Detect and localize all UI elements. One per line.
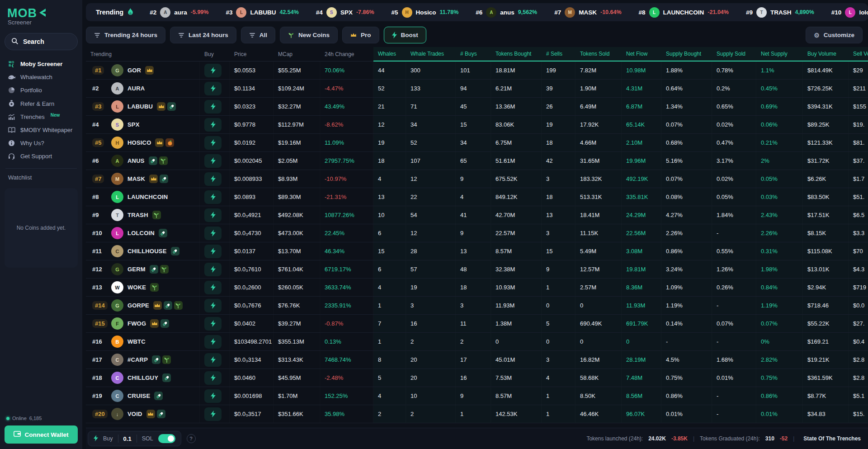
cell-buy <box>200 405 230 423</box>
filter-tab-boost[interactable]: Boost <box>384 27 426 43</box>
column-header-buy[interactable]: Buy <box>200 47 230 61</box>
column-header-whales[interactable]: Whales <box>373 47 406 61</box>
quick-buy-button[interactable] <box>204 299 222 312</box>
sidebar-item-moby-whitepaper[interactable]: $MOBY Whitepaper <box>0 123 82 137</box>
ticker-item-aura[interactable]: #2Aaura-5.99% <box>150 7 208 18</box>
column-header-sells[interactable]: # Sells <box>542 47 576 61</box>
quick-buy-button[interactable] <box>204 263 222 276</box>
column-header-price[interactable]: Price <box>230 47 274 61</box>
table-row[interactable]: #3LLABUBU$0.0323$32.27M43.49%21714513.36… <box>86 98 868 116</box>
column-header-buys[interactable]: # Buys <box>456 47 491 61</box>
quick-buy-button[interactable] <box>204 172 222 186</box>
search-input[interactable]: Search <box>5 33 78 50</box>
sidebar-item-get-support[interactable]: Get Support <box>0 150 82 163</box>
table-row[interactable]: #10LLOLCOIN$0.0₃4730$473.00K22.45%612922… <box>86 224 868 242</box>
column-header-mcap[interactable]: MCap <box>274 47 320 61</box>
quick-buy-button[interactable] <box>204 118 222 132</box>
column-header-tokens-bought[interactable]: Tokens Bought <box>491 47 542 61</box>
table-row[interactable]: #17C#CARP$0.0₃3134$313.43K7468.74%820174… <box>86 351 868 369</box>
state-of-the-trenches-link[interactable]: State Of The Trenches <box>803 435 861 442</box>
pill-badge <box>162 373 171 382</box>
table-row[interactable]: #4SSPX$0.9778$112.97M-8.62%12341583.06K1… <box>86 116 868 134</box>
sidebar-item-moby-screener[interactable]: MOB❮Moby Screener <box>0 57 82 71</box>
column-header-sell-volume[interactable]: Sell Volume <box>849 47 868 61</box>
table-row[interactable]: #18CCHILLGUY$0.0460$45.95M-2.48%520167.5… <box>86 369 868 387</box>
table-row[interactable]: #15FFWOG$0.0402$39.27M-0.87%716111.38M56… <box>86 315 868 333</box>
quick-buy-button[interactable] <box>204 190 222 204</box>
quick-buy-button[interactable] <box>204 317 222 331</box>
sidebar-item-label: Refer & Earn <box>20 100 54 107</box>
quick-buy-button[interactable] <box>204 245 222 258</box>
table-row[interactable]: #5HHOSICO$0.0192$19.16M11.09%1952346.75M… <box>86 134 868 152</box>
cell-num-sells: 26 <box>542 98 576 115</box>
column-header-net-supply[interactable]: Net Supply <box>756 47 803 61</box>
ticker-item-lolcoin[interactable]: #10Llolcoin26.43% <box>831 7 868 18</box>
quick-buy-toggle[interactable] <box>158 434 175 443</box>
column-header-net-flow[interactable]: Net Flow <box>622 47 661 61</box>
connect-wallet-button[interactable]: Connect Wallet <box>5 425 78 444</box>
sidebar-item-why-us[interactable]: Why Us? <box>0 137 82 150</box>
seedling-badge <box>152 211 161 219</box>
quick-buy-button[interactable] <box>204 353 222 367</box>
table-row[interactable]: #9TTRASH$0.0₃4921$492.08K10877.26%105441… <box>86 206 868 224</box>
help-icon[interactable]: ? <box>187 434 196 443</box>
ticker-item-mask[interactable]: #7MMASK-10.64% <box>554 7 621 18</box>
table-row[interactable]: #6AANUS$0.002045$2.05M27957.75%181076551… <box>86 152 868 170</box>
ticker-item-launchcoin[interactable]: #8LLAUNCHCOIN-21.04% <box>639 7 729 18</box>
column-header-tokens-sold[interactable]: Tokens Sold <box>576 47 622 61</box>
filter-tab-all[interactable]: All <box>241 27 275 43</box>
quick-buy-button[interactable] <box>204 371 222 385</box>
sidebar-item-refer-earn[interactable]: Refer & Earn <box>0 97 82 110</box>
sidebar-item-whalewatch[interactable]: Whalewatch <box>0 71 82 84</box>
table-row[interactable]: #2AAURA$0.1134$109.24M-4.47%52133946.21M… <box>86 80 868 98</box>
quick-buy-button[interactable] <box>204 281 222 294</box>
column-header-supply-bought[interactable]: Supply Bought <box>661 47 712 61</box>
ticker-item-trash[interactable]: #9TTRASH4,890% <box>746 7 814 18</box>
filter-tab-last-24-hours[interactable]: Last 24 hours <box>170 27 236 43</box>
ticker-item-anus[interactable]: #6Aanus9,562% <box>476 7 537 18</box>
filter-tab-trending-24-hours[interactable]: Trending 24 hours <box>86 27 165 43</box>
table-row[interactable]: #19CCRUISE$0.001698$1.70M152.25%41098.57… <box>86 387 868 405</box>
quick-buy-button[interactable] <box>204 335 222 349</box>
column-header-buy-volume[interactable]: Buy Volume <box>803 47 849 61</box>
quick-buy-button[interactable] <box>204 64 222 77</box>
quick-buy-button[interactable] <box>204 208 222 222</box>
table-row[interactable]: #16BWBTC$103498.2701$355.13M0.13%1220000… <box>86 333 868 351</box>
coin-avatar: A <box>111 155 123 167</box>
table-row[interactable]: #12GGERM$0.0₃7610$761.04K6719.17%6574832… <box>86 260 868 279</box>
table-row[interactable]: #1GGOR$0.0553$55.25M70.06%4430010118.81M… <box>86 61 868 80</box>
logo[interactable]: MOB <box>0 0 82 20</box>
rank-badge: #9 <box>92 212 99 218</box>
table-row[interactable]: #11CCHILLHOUSE$0.0137$13.70M46.34%152813… <box>86 242 868 260</box>
toggle-knob <box>168 435 174 442</box>
customize-button[interactable]: ⚙ Customize <box>806 27 863 43</box>
table-row[interactable]: #14GGORPE$0.0₃7676$76.76K2335.91%13311.9… <box>86 297 868 315</box>
column-header-24h-change[interactable]: 24h Change <box>320 47 373 61</box>
quick-buy-button[interactable] <box>204 136 222 150</box>
cell-supply-bought: 4.27% <box>661 206 712 224</box>
filter-tab-pro[interactable]: Pro <box>342 27 379 43</box>
ticker-item-labubu[interactable]: #3LLABUBU42.54% <box>226 7 298 18</box>
buy-amount-input[interactable]: 0.1 <box>123 435 132 442</box>
table-row[interactable]: #8LLAUNCHCOIN$0.0893$89.30M-21.31%132248… <box>86 188 868 206</box>
quick-buy-button[interactable] <box>204 100 222 113</box>
cell-24h-change: 152.25% <box>320 387 373 405</box>
quick-buy-button[interactable] <box>204 227 222 240</box>
column-header-whale-trades[interactable]: Whale Trades <box>406 47 456 61</box>
quick-buy-button[interactable] <box>204 389 222 403</box>
ticker-item-hosico[interactable]: #5HHosico11.78% <box>392 7 459 18</box>
table-row[interactable]: #13WWOKE$0.0₃2600$260.05K3633.74%4191810… <box>86 279 868 297</box>
sidebar-item-portfolio[interactable]: Portfolio <box>0 84 82 97</box>
table-row[interactable]: #7MMASK$0.008933$8.93M-10.97%4129675.52K… <box>86 170 868 188</box>
quick-buy-button[interactable] <box>204 154 222 168</box>
column-header-trending[interactable]: Trending <box>86 47 200 61</box>
cell-mcap: $32.27M <box>274 98 320 115</box>
rank-badge: #7 <box>92 175 104 183</box>
quick-buy-button[interactable] <box>204 407 222 421</box>
table-row[interactable]: #20↓VOID$0.0₃3517$351.66K35.98%221142.53… <box>86 405 868 423</box>
quick-buy-button[interactable] <box>204 82 222 95</box>
sidebar-item-trenches[interactable]: TrenchesNew <box>0 110 82 123</box>
filter-tab-new-coins[interactable]: New Coins <box>280 27 338 43</box>
column-header-supply-sold[interactable]: Supply Sold <box>712 47 756 61</box>
ticker-item-spx[interactable]: #4SSPX-7.86% <box>316 7 374 18</box>
